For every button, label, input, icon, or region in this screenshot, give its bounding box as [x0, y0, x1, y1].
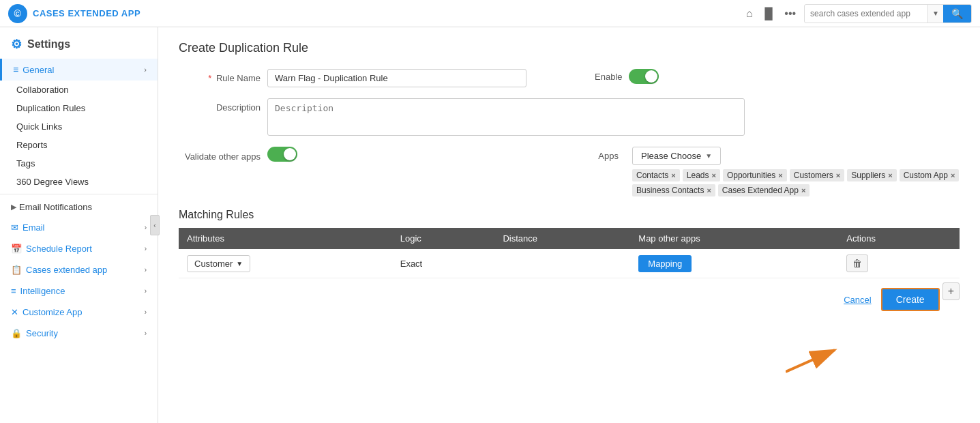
- more-icon[interactable]: •••: [784, 8, 796, 20]
- general-chevron: ›: [144, 65, 147, 74]
- apps-label: Apps: [537, 147, 619, 161]
- col-distance: Distance: [494, 228, 630, 249]
- table-header-row: Attributes Logic Distance Map other apps…: [179, 228, 960, 249]
- sidebar-item-tags[interactable]: Tags: [0, 154, 158, 173]
- intel-icon: ≡: [11, 286, 16, 296]
- description-textarea[interactable]: [267, 98, 745, 136]
- form-actions: Cancel Create: [179, 288, 942, 311]
- sidebar-item-intelligence[interactable]: ≡ Intelligence ›: [0, 280, 158, 302]
- matching-rules-title: Matching Rules: [179, 209, 960, 221]
- sidebar-item-quick-links[interactable]: Quick Links: [0, 117, 158, 136]
- email-icon: ✉: [11, 222, 18, 233]
- distance-cell: [494, 249, 630, 278]
- intel-label: Intelligence: [20, 286, 65, 296]
- general-icon: ≡: [13, 64, 18, 75]
- search-dropdown[interactable]: ▼: [927, 5, 943, 23]
- tag-leads: Leads ×: [683, 169, 720, 181]
- sidebar-item-schedule-report[interactable]: 📅 Schedule Report ›: [0, 238, 158, 259]
- search-input[interactable]: [805, 9, 927, 18]
- logic-cell: Exact: [392, 249, 495, 278]
- security-chevron: ›: [145, 330, 147, 337]
- tag-customers: Customers ×: [790, 169, 844, 181]
- app-logo-icon: ©: [8, 4, 27, 23]
- table-row: Customer ▼ Exact Mapping 🗑: [179, 249, 960, 278]
- remove-opportunities-tag[interactable]: ×: [778, 171, 782, 179]
- sidebar-title: Settings: [27, 38, 70, 50]
- sidebar-collapse-handle[interactable]: ‹: [150, 215, 160, 235]
- tag-opportunities: Opportunities ×: [723, 169, 787, 181]
- gear-icon: ⚙: [11, 37, 22, 52]
- app-logo: © CASES EXTENDED APP: [8, 4, 166, 23]
- remove-contacts-tag[interactable]: ×: [671, 171, 675, 179]
- validate-label: Validate other apps: [179, 147, 261, 162]
- remove-leads-tag[interactable]: ×: [712, 171, 716, 179]
- sidebar-item-customize-app[interactable]: ✕ Customize App ›: [0, 302, 158, 323]
- rule-name-label: * Rule Name: [179, 69, 261, 83]
- cancel-button[interactable]: Cancel: [844, 295, 871, 305]
- app-name: CASES EXTENDED APP: [33, 8, 140, 18]
- schedule-chevron: ›: [145, 245, 147, 252]
- customize-icon: ✕: [11, 307, 18, 317]
- cases-label: Cases extended app: [26, 265, 107, 275]
- add-row-button[interactable]: +: [942, 282, 960, 300]
- cases-icon: 📋: [11, 265, 22, 275]
- enable-toggle[interactable]: [629, 69, 659, 84]
- required-star: *: [208, 73, 211, 83]
- enable-label: Enable: [595, 72, 622, 82]
- search-bar: ▼ 🔍: [804, 4, 972, 23]
- cases-chevron: ›: [145, 266, 147, 274]
- sidebar-item-general[interactable]: ≡ General ›: [0, 59, 158, 81]
- sidebar-item-duplication-rules[interactable]: Duplication Rules: [0, 99, 158, 117]
- sidebar-item-email-notifications[interactable]: ▶ Email Notifications: [0, 197, 158, 217]
- email-chevron: ›: [145, 224, 147, 231]
- page-title: Create Duplication Rule: [179, 41, 960, 55]
- map-cell: Mapping: [630, 249, 838, 278]
- col-map: Map other apps: [630, 228, 838, 249]
- home-icon[interactable]: ⌂: [746, 8, 753, 20]
- customer-dropdown-button[interactable]: Customer ▼: [187, 255, 250, 272]
- tag-business-contacts: Business Contacts ×: [632, 184, 715, 196]
- sidebar-item-reports[interactable]: Reports: [0, 136, 158, 154]
- security-label: Security: [26, 328, 58, 338]
- description-row: Description: [179, 98, 960, 136]
- customize-chevron: ›: [145, 308, 147, 316]
- tag-custom-app: Custom App ×: [900, 169, 960, 181]
- schedule-label: Schedule Report: [26, 244, 92, 254]
- description-label: Description: [179, 98, 261, 113]
- email-notif-expand-icon: ▶: [11, 203, 16, 212]
- security-icon: 🔒: [11, 328, 22, 338]
- customer-label: Customer: [194, 259, 233, 269]
- collapse-arrow-icon: ‹: [153, 222, 155, 229]
- tag-cases-extended-app: Cases Extended App ×: [718, 184, 810, 196]
- actions-cell: 🗑: [838, 249, 960, 278]
- rule-name-row: * Rule Name Enable: [179, 69, 960, 87]
- nav-icons: ⌂ ▐▌ ••• ▼ 🔍: [746, 4, 972, 23]
- search-button[interactable]: 🔍: [943, 4, 971, 23]
- remove-business-contacts-tag[interactable]: ×: [707, 186, 711, 194]
- chart-icon[interactable]: ▐▌: [761, 8, 777, 20]
- schedule-icon: 📅: [11, 244, 22, 254]
- main-content: Create Duplication Rule * Rule Name Enab…: [158, 27, 980, 423]
- email-notif-label: Email Notifications: [19, 202, 92, 212]
- validate-apps-row: Validate other apps Apps Please Choose ▼…: [179, 147, 960, 196]
- sidebar-item-security[interactable]: 🔒 Security ›: [0, 323, 158, 344]
- sidebar-item-collaboration[interactable]: Collaboration: [0, 81, 158, 99]
- delete-row-button[interactable]: 🗑: [846, 254, 868, 272]
- remove-suppliers-tag[interactable]: ×: [888, 171, 892, 179]
- sidebar-item-email[interactable]: ✉ Email ›: [0, 217, 158, 238]
- remove-custom-app-tag[interactable]: ×: [951, 171, 955, 179]
- remove-customers-tag[interactable]: ×: [836, 171, 840, 179]
- validate-toggle[interactable]: [267, 147, 297, 162]
- validate-section: Validate other apps: [179, 147, 297, 162]
- mapping-button[interactable]: Mapping: [638, 255, 692, 272]
- sidebar-item-cases-extended[interactable]: 📋 Cases extended app ›: [0, 259, 158, 280]
- create-button[interactable]: Create: [881, 288, 940, 311]
- please-choose-button[interactable]: Please Choose ▼: [632, 147, 721, 165]
- remove-cases-extended-app-tag[interactable]: ×: [801, 186, 805, 194]
- col-attributes: Attributes: [179, 228, 392, 249]
- sidebar-item-360[interactable]: 360 Degree Views: [0, 173, 158, 191]
- customer-dropdown-arrow-icon: ▼: [236, 260, 243, 267]
- apps-section: Apps Please Choose ▼ Contacts × Leads ×: [537, 147, 960, 196]
- rule-name-input[interactable]: [267, 69, 526, 87]
- tags-container: Contacts × Leads × Opportunities × Cus: [632, 169, 960, 196]
